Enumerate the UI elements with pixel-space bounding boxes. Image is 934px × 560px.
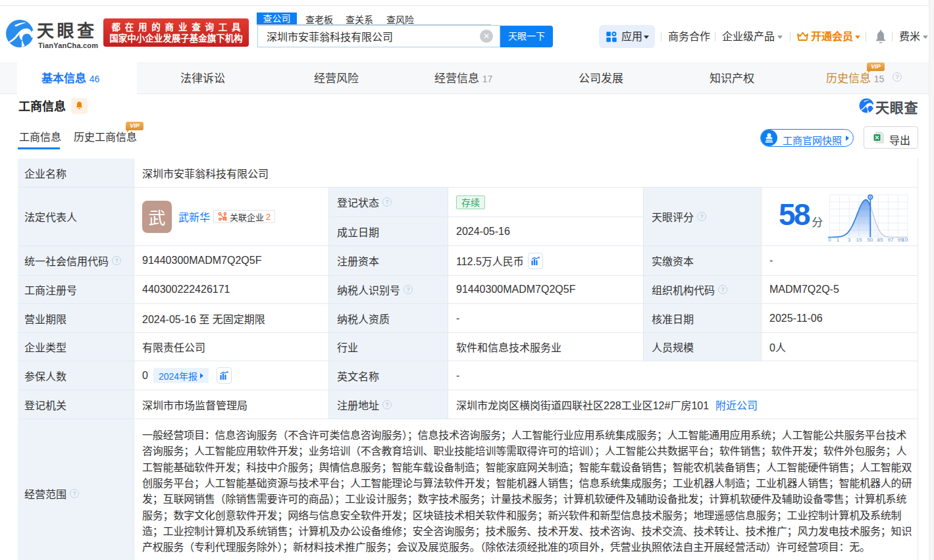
svg-text:97: 97 <box>888 237 894 242</box>
svg-text:100: 100 <box>902 237 908 242</box>
svg-text:1: 1 <box>837 237 840 242</box>
svg-text:15: 15 <box>856 237 862 242</box>
svg-text:3: 3 <box>848 237 851 242</box>
svg-text:85: 85 <box>877 237 883 242</box>
svg-text:企: 企 <box>223 217 226 221</box>
svg-text:50: 50 <box>868 237 873 242</box>
svg-text:0: 0 <box>829 237 832 242</box>
